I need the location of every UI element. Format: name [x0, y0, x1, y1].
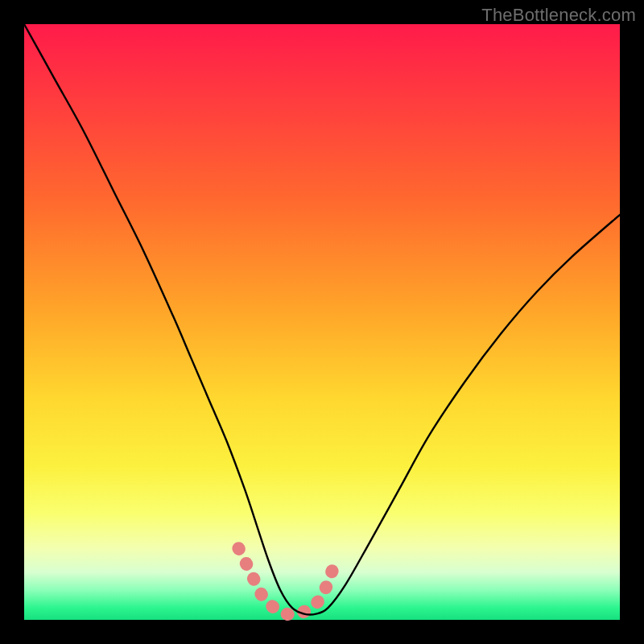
- plot-area: [24, 24, 620, 620]
- bottleneck-curve-path: [24, 24, 620, 615]
- chart-frame: TheBottleneck.com: [0, 0, 644, 644]
- bottleneck-highlight-path: [238, 548, 333, 614]
- watermark-text: TheBottleneck.com: [481, 5, 636, 26]
- curve-layer: [24, 24, 620, 620]
